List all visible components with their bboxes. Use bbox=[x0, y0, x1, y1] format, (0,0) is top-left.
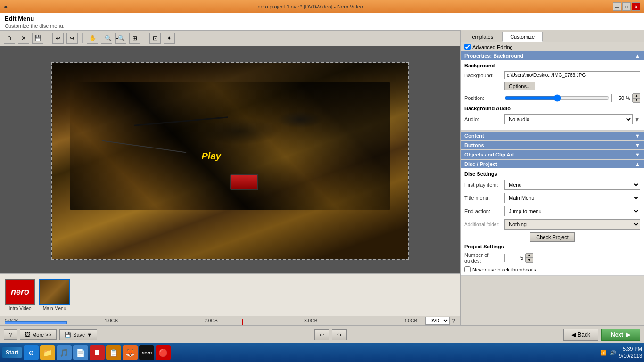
num-guides-input[interactable] bbox=[504, 254, 526, 262]
redo-icon: ↪ bbox=[337, 332, 341, 338]
storage-label-2: 2.0GB bbox=[204, 318, 217, 323]
redo-bottom-button[interactable]: ↪ bbox=[332, 329, 347, 340]
audio-select[interactable]: No audio bbox=[504, 114, 633, 124]
taskbar-icon-ie[interactable]: e bbox=[24, 345, 39, 360]
delete-button[interactable]: ✕ bbox=[18, 33, 29, 44]
options-button[interactable]: Options... bbox=[504, 82, 535, 90]
hand-tool[interactable]: ✋ bbox=[87, 33, 98, 44]
guides-spinner-down[interactable]: ▼ bbox=[526, 258, 533, 263]
title-bar: ● nero project 1.nvc * [DVD-Video] - Ner… bbox=[0, 0, 644, 13]
taskbar-icon-music[interactable]: 🎵 bbox=[57, 345, 72, 360]
thumb-intro-label: Intro Video bbox=[8, 306, 31, 311]
close-button[interactable]: ✕ bbox=[632, 2, 640, 11]
save-dropdown-arrow: ▼ bbox=[87, 332, 92, 337]
advanced-editing-checkbox[interactable] bbox=[464, 44, 471, 50]
thumb-nero-box: nero bbox=[5, 279, 35, 305]
check-project-button[interactable]: Check Project bbox=[530, 232, 574, 242]
audio-label: Audio: bbox=[464, 116, 504, 122]
taskbar-icon-red2[interactable]: 🔴 bbox=[156, 345, 171, 360]
more-label: More >> bbox=[32, 332, 51, 337]
network-icon: 📶 bbox=[600, 350, 607, 356]
content-section-header[interactable]: Content ▼ bbox=[461, 132, 644, 140]
play-label: Play bbox=[202, 151, 221, 162]
redo-button[interactable]: ↪ bbox=[66, 33, 78, 44]
title-menu-select[interactable]: Main Menu bbox=[504, 193, 640, 203]
canvas-preview[interactable]: Play bbox=[51, 62, 409, 260]
canvas-outer: 🗋 ✕ 💾 ↩ ↪ ✋ +🔍 -🔍 ⊞ ⊡ ✦ bbox=[0, 30, 460, 325]
new-button[interactable]: 🗋 bbox=[4, 33, 15, 44]
first-play-select[interactable]: Menu bbox=[504, 180, 640, 190]
nero-logo: nero bbox=[11, 287, 29, 297]
page-title: Edit Menu bbox=[5, 15, 639, 22]
minimize-button[interactable]: — bbox=[613, 2, 621, 11]
red-pedal bbox=[230, 174, 258, 190]
title-menu-row: Title menu: Main Menu bbox=[464, 193, 640, 203]
format-select[interactable]: DVD bbox=[425, 317, 450, 325]
taskbar-icon-docs[interactable]: 📄 bbox=[73, 345, 88, 360]
help-button[interactable]: ? bbox=[4, 329, 17, 340]
position-slider[interactable] bbox=[504, 94, 610, 102]
taskbar-icon-files[interactable]: 📁 bbox=[40, 345, 55, 360]
first-play-label: First play item: bbox=[464, 182, 504, 188]
storage-marker bbox=[242, 319, 243, 325]
window-title: nero project 1.nvc * [DVD-Video] - Nero … bbox=[8, 4, 613, 9]
start-button[interactable]: Start bbox=[2, 347, 22, 358]
end-action-select[interactable]: Jump to menu bbox=[504, 206, 640, 216]
taskbar-icon-orange[interactable]: 📋 bbox=[106, 345, 121, 360]
background-audio-title: Background Audio bbox=[464, 106, 640, 111]
properties-background-header[interactable]: Properties: Background ▲ bbox=[461, 51, 644, 60]
disc-project-section-header[interactable]: Disc / Project ▲ bbox=[461, 160, 644, 168]
next-icon: ▶ bbox=[626, 331, 630, 338]
next-button[interactable]: Next ▶ bbox=[601, 329, 640, 341]
spinner-down[interactable]: ▼ bbox=[633, 98, 640, 103]
save-label: Save bbox=[73, 332, 85, 337]
tab-customize[interactable]: Customize bbox=[502, 32, 543, 42]
thumbnails-area: nero Intro Video Main Menu bbox=[0, 273, 460, 316]
disc-arrow-up: ▲ bbox=[635, 161, 640, 167]
save-bottom-button[interactable]: 💾 Save ▼ bbox=[59, 329, 97, 340]
undo-button[interactable]: ↩ bbox=[52, 33, 64, 44]
taskbar-icon-firefox[interactable]: 🦊 bbox=[123, 345, 138, 360]
taskbar: Start e 📁 🎵 📄 ⏹ 📋 🦊 nero 🔴 📶 � bbox=[0, 343, 644, 362]
no-black-thumbs-checkbox[interactable] bbox=[464, 266, 471, 272]
additional-folder-select[interactable]: Nothing bbox=[504, 219, 640, 230]
help-icon[interactable]: ? bbox=[452, 317, 455, 325]
position-prop-row: Position: ▲ ▼ bbox=[464, 93, 640, 103]
grid-tool[interactable]: ⊞ bbox=[129, 33, 140, 44]
buttons-section-header[interactable]: Buttons ▼ bbox=[461, 141, 644, 149]
folder-icon: 📁 bbox=[43, 348, 52, 357]
back-label: Back bbox=[578, 331, 590, 338]
tab-templates[interactable]: Templates bbox=[462, 32, 501, 42]
spinner-up[interactable]: ▲ bbox=[633, 93, 640, 98]
red-app-icon: ⏹ bbox=[93, 348, 101, 357]
app-body: Edit Menu Customize the disc menu. 🗋 ✕ 💾… bbox=[0, 13, 644, 362]
taskbar-icon-nero[interactable]: nero bbox=[139, 345, 154, 360]
position-slider-container: ▲ ▼ bbox=[504, 93, 640, 103]
storage-label-1: 1.0GB bbox=[105, 318, 118, 323]
app-icon: ● bbox=[4, 3, 8, 10]
more-button[interactable]: 🖼 More >> bbox=[20, 329, 57, 340]
canvas-image: Play bbox=[52, 63, 408, 259]
taskbar-icon-red[interactable]: ⏹ bbox=[90, 345, 105, 360]
effects-tool[interactable]: ✦ bbox=[164, 33, 175, 44]
save-icon: 💾 bbox=[65, 332, 71, 338]
objects-section-header[interactable]: Objects and Clip Art ▼ bbox=[461, 150, 644, 159]
position-spinner-input[interactable] bbox=[611, 94, 633, 102]
thumbnail-intro[interactable]: nero Intro Video bbox=[5, 279, 35, 311]
additional-folder-row: Additional folder: Nothing bbox=[464, 219, 640, 230]
crop-tool[interactable]: ⊡ bbox=[149, 33, 161, 44]
guides-spinner-up[interactable]: ▲ bbox=[526, 253, 533, 258]
disc-settings-title: Disc Settings bbox=[464, 171, 640, 177]
help-icon-symbol: ? bbox=[9, 332, 12, 337]
save-button[interactable]: 💾 bbox=[32, 33, 43, 44]
maximize-button[interactable]: □ bbox=[622, 2, 631, 11]
num-guides-label: Number of guides: bbox=[464, 252, 504, 263]
zoom-in-tool[interactable]: +🔍 bbox=[101, 33, 112, 44]
back-button[interactable]: ◀ Back bbox=[563, 329, 598, 341]
zoom-out-tool[interactable]: -🔍 bbox=[115, 33, 126, 44]
thumbnail-main-menu[interactable]: Main Menu bbox=[39, 279, 70, 311]
clock: 5:39 PM 9/10/2013 bbox=[619, 346, 642, 360]
separator-3 bbox=[145, 33, 145, 43]
undo-bottom-button[interactable]: ↩ bbox=[314, 329, 329, 340]
background-input[interactable] bbox=[504, 71, 640, 79]
